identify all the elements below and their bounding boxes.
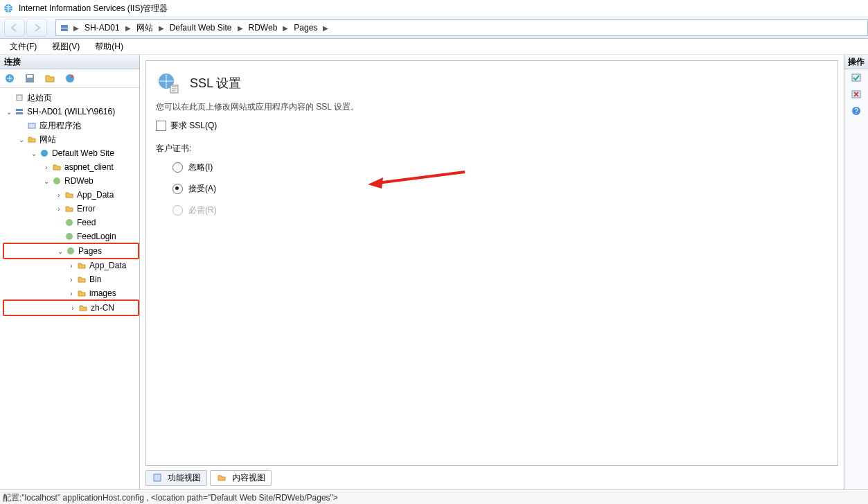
breadcrumb-item[interactable]: Pages (290, 20, 321, 35)
tab-features-view[interactable]: 功能视图 (145, 470, 207, 486)
folder-icon (26, 134, 37, 145)
chevron-right-icon: ▶ (281, 24, 290, 32)
window-title: Internet Information Services (IIS)管理器 (19, 0, 168, 17)
tree-aspnet-client[interactable]: › aspnet_client (3, 160, 139, 174)
tree-pages-highlighted[interactable]: ⌄ Pages (3, 243, 139, 259)
action-help[interactable]: ? (844, 103, 868, 119)
ssl-icon (156, 71, 181, 96)
breadcrumb-item[interactable]: RDWeb (245, 20, 282, 35)
page-description: 您可以在此页上修改网站或应用程序内容的 SSL 设置。 (156, 101, 828, 113)
tree-bin[interactable]: › Bin (3, 272, 139, 286)
iis-icon (3, 3, 14, 14)
window-titlebar: Internet Information Services (IIS)管理器 (0, 0, 868, 17)
chevron-right-icon: ▶ (124, 24, 132, 32)
client-cert-label: 客户证书: (156, 143, 828, 155)
tree-error[interactable]: › Error (3, 202, 139, 216)
svg-rect-2 (61, 28, 68, 31)
save-icon[interactable] (24, 73, 35, 84)
svg-rect-10 (16, 112, 23, 114)
collapse-icon[interactable]: ⌄ (4, 108, 14, 116)
expand-icon[interactable]: › (67, 276, 76, 284)
tree-pages-appdata[interactable]: › App_Data (3, 259, 139, 272)
expand-icon[interactable]: › (68, 304, 78, 312)
menu-view[interactable]: 视图(V) (49, 40, 82, 54)
require-ssl-checkbox[interactable]: 要求 SSL(Q) (156, 120, 828, 132)
menubar: 文件(F) 视图(V) 帮助(H) (0, 39, 868, 55)
tree-feedlogin[interactable]: FeedLogin (3, 229, 139, 243)
svg-rect-11 (28, 123, 35, 128)
app-icon (64, 231, 75, 242)
tree-rdweb[interactable]: ⌄ RDWeb (3, 174, 139, 188)
folder-icon (78, 302, 89, 313)
breadcrumb[interactable]: ▶ SH-AD01 ▶ 网站 ▶ Default Web Site ▶ RDWe… (55, 19, 868, 36)
menu-file[interactable]: 文件(F) (7, 40, 39, 54)
folder-icon (76, 260, 87, 271)
chevron-right-icon: ▶ (321, 24, 330, 32)
feature-pane: SSL 设置 您可以在此页上修改网站或应用程序内容的 SSL 设置。 要求 SS… (140, 55, 844, 489)
tree-appdata[interactable]: › App_Data (3, 188, 139, 202)
collapse-icon[interactable]: ⌄ (55, 247, 65, 255)
page-title: SSL 设置 (190, 75, 241, 92)
expand-icon[interactable]: › (67, 290, 76, 297)
tree-feed[interactable]: Feed (3, 216, 139, 229)
home-icon (14, 92, 25, 103)
collapse-icon[interactable]: ⌄ (29, 150, 39, 157)
svg-point-16 (67, 247, 74, 254)
svg-point-12 (41, 150, 48, 157)
expand-icon[interactable]: › (54, 205, 64, 213)
forward-button[interactable] (26, 19, 47, 37)
folder-icon (76, 288, 87, 299)
features-icon (152, 472, 163, 483)
chevron-right-icon: ▶ (236, 24, 245, 32)
svg-point-7 (71, 75, 73, 78)
breadcrumb-item[interactable]: 网站 (132, 20, 157, 35)
svg-point-13 (53, 177, 60, 184)
expand-icon[interactable]: › (67, 262, 76, 270)
app-icon (65, 245, 76, 257)
folder-icon (64, 203, 75, 214)
navbar: ▶ SH-AD01 ▶ 网站 ▶ Default Web Site ▶ RDWe… (0, 17, 868, 39)
svg-rect-8 (17, 95, 22, 101)
expand-icon[interactable]: › (42, 164, 51, 171)
radio-accept[interactable]: 接受(A) (172, 183, 828, 195)
tree-zhcn-highlighted[interactable]: › zh-CN (3, 299, 139, 316)
action-cancel[interactable] (844, 86, 868, 103)
svg-rect-21 (154, 474, 161, 481)
back-button[interactable] (4, 19, 25, 37)
pool-icon (26, 120, 37, 131)
tree-default-site[interactable]: ⌄ Default Web Site (3, 146, 139, 160)
breadcrumb-item[interactable]: Default Web Site (166, 20, 236, 35)
collapse-icon[interactable]: ⌄ (17, 136, 26, 144)
refresh-icon[interactable] (64, 73, 76, 84)
tree-start-page[interactable]: 起始页 (3, 91, 139, 105)
svg-point-15 (66, 233, 73, 240)
radio-icon (172, 162, 183, 173)
globe-icon (39, 148, 50, 159)
connections-toolbar (0, 69, 139, 88)
app-icon (51, 175, 62, 186)
view-tabs: 功能视图 内容视图 (145, 469, 838, 487)
radio-require-disabled: 必需(R) (172, 205, 828, 216)
collapse-icon[interactable]: ⌄ (42, 177, 51, 185)
actions-header: 操作 (844, 55, 868, 69)
open-folder-icon[interactable] (44, 73, 55, 84)
menu-help[interactable]: 帮助(H) (92, 40, 126, 54)
action-apply[interactable] (844, 69, 868, 86)
expand-icon[interactable]: › (54, 191, 64, 199)
app-icon (64, 217, 75, 228)
radio-icon-disabled (172, 205, 183, 216)
connections-tree[interactable]: 起始页 ⌄ SH-AD01 (WILLY\9616) 应用程序池 ⌄ 网站 ⌄ … (0, 88, 139, 489)
chevron-right-icon: ▶ (157, 24, 166, 32)
svg-rect-9 (16, 109, 23, 111)
tab-content-view[interactable]: 内容视图 (210, 470, 272, 486)
tree-images[interactable]: › images (3, 286, 139, 300)
connect-icon[interactable] (4, 73, 15, 84)
server-icon (14, 106, 25, 117)
breadcrumb-item[interactable]: SH-AD01 (80, 20, 124, 35)
svg-point-14 (66, 219, 73, 226)
tree-app-pools[interactable]: 应用程序池 (3, 119, 139, 132)
tree-sites[interactable]: ⌄ 网站 (3, 132, 139, 146)
radio-ignore[interactable]: 忽略(I) (172, 162, 828, 173)
tree-server[interactable]: ⌄ SH-AD01 (WILLY\9616) (3, 105, 139, 119)
status-bar: 配置:"localhost" applicationHost.config , … (0, 489, 868, 504)
